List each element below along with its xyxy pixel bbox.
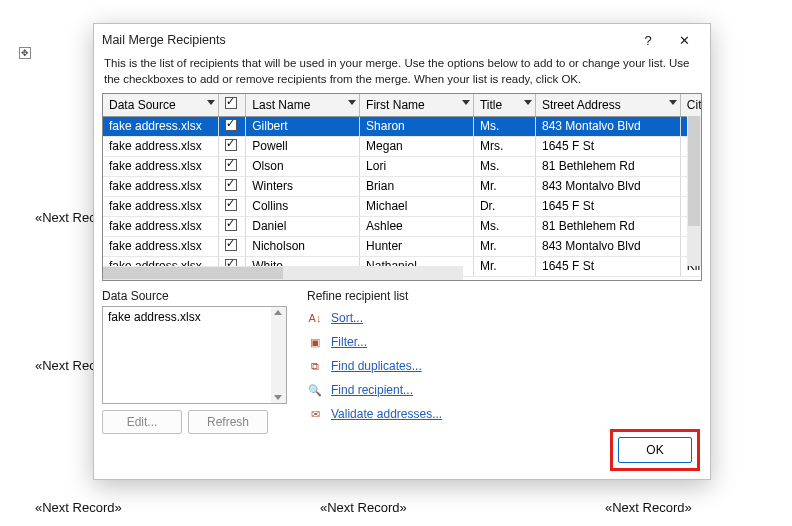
check-icon[interactable] <box>225 119 237 131</box>
cell-data-source: fake address.xlsx <box>103 216 219 236</box>
cell-last-name: Olson <box>246 156 360 176</box>
refine-label: Refine recipient list <box>307 289 442 303</box>
cell-street: 843 Montalvo Blvd <box>535 236 680 256</box>
cell-checkbox[interactable] <box>219 116 246 136</box>
anchor-icon: ✥ <box>19 47 31 59</box>
sort-link-icon: A↓ <box>307 310 323 326</box>
cell-last-name: Nicholson <box>246 236 360 256</box>
cell-data-source: fake address.xlsx <box>103 116 219 136</box>
chevron-up-icon[interactable] <box>274 310 282 315</box>
dropdown-icon[interactable] <box>524 100 532 105</box>
table-row[interactable]: fake address.xlsx Winters Brian Mr. 843 … <box>103 176 702 196</box>
list-scrollbar[interactable] <box>271 307 286 403</box>
dropdown-icon[interactable] <box>207 100 215 105</box>
recipients-grid[interactable]: Data Source Last Name First Name Title S… <box>102 93 702 281</box>
col-header-city[interactable]: City <box>680 94 702 116</box>
help-button[interactable]: ? <box>630 33 666 48</box>
chevron-down-icon[interactable] <box>274 395 282 400</box>
validate-addresses-link-row: ✉ Validate addresses... <box>307 402 442 426</box>
table-row[interactable]: fake address.xlsx Collins Michael Dr. 16… <box>103 196 702 216</box>
cell-data-source: fake address.xlsx <box>103 196 219 216</box>
cell-street: 1645 F St <box>535 136 680 156</box>
mail-merge-recipients-dialog: Mail Merge Recipients ? ✕ This is the li… <box>93 23 711 480</box>
check-icon[interactable] <box>225 179 237 191</box>
cell-first-name: Brian <box>360 176 474 196</box>
col-header-title[interactable]: Title <box>473 94 535 116</box>
cell-first-name: Lori <box>360 156 474 176</box>
refresh-button[interactable]: Refresh <box>188 410 268 434</box>
validate-addresses-link-icon: ✉ <box>307 406 323 422</box>
col-header-checkbox[interactable] <box>219 94 246 116</box>
ok-button-highlight: OK <box>610 429 700 471</box>
dialog-titlebar: Mail Merge Recipients ? ✕ <box>94 24 710 56</box>
dropdown-icon[interactable] <box>348 100 356 105</box>
cell-last-name: Daniel <box>246 216 360 236</box>
grid-header-row: Data Source Last Name First Name Title S… <box>103 94 702 116</box>
cell-street: 81 Bethlehem Rd <box>535 216 680 236</box>
check-icon[interactable] <box>225 97 237 109</box>
check-icon[interactable] <box>225 219 237 231</box>
col-header-street[interactable]: Street Address <box>535 94 680 116</box>
cell-last-name: Collins <box>246 196 360 216</box>
cell-title: Mr. <box>473 256 535 276</box>
cell-title: Mrs. <box>473 136 535 156</box>
col-header-last-name[interactable]: Last Name <box>246 94 360 116</box>
sort-link-row: A↓ Sort... <box>307 306 442 330</box>
cell-street: 843 Montalvo Blvd <box>535 176 680 196</box>
cell-checkbox[interactable] <box>219 136 246 156</box>
cell-checkbox[interactable] <box>219 216 246 236</box>
dialog-title: Mail Merge Recipients <box>102 33 630 47</box>
data-source-list[interactable]: fake address.xlsx <box>102 306 287 404</box>
table-row[interactable]: fake address.xlsx Nicholson Hunter Mr. 8… <box>103 236 702 256</box>
filter-link-row: ▣ Filter... <box>307 330 442 354</box>
cell-data-source: fake address.xlsx <box>103 236 219 256</box>
find-duplicates-link[interactable]: Find duplicates... <box>331 359 422 373</box>
cell-first-name: Sharon <box>360 116 474 136</box>
find-recipient-link[interactable]: Find recipient... <box>331 383 413 397</box>
cell-checkbox[interactable] <box>219 196 246 216</box>
dropdown-icon[interactable] <box>462 100 470 105</box>
table-row[interactable]: fake address.xlsx Olson Lori Ms. 81 Beth… <box>103 156 702 176</box>
cell-street: 81 Bethlehem Rd <box>535 156 680 176</box>
cell-checkbox[interactable] <box>219 156 246 176</box>
ok-button[interactable]: OK <box>618 437 692 463</box>
table-row[interactable]: fake address.xlsx Daniel Ashlee Ms. 81 B… <box>103 216 702 236</box>
cell-first-name: Megan <box>360 136 474 156</box>
cell-title: Ms. <box>473 216 535 236</box>
sort-link[interactable]: Sort... <box>331 311 363 325</box>
cell-title: Mr. <box>473 236 535 256</box>
cell-first-name: Ashlee <box>360 216 474 236</box>
check-icon[interactable] <box>225 159 237 171</box>
col-header-first-name[interactable]: First Name <box>360 94 474 116</box>
check-icon[interactable] <box>225 199 237 211</box>
col-header-data-source[interactable]: Data Source <box>103 94 219 116</box>
table-row[interactable]: fake address.xlsx Gilbert Sharon Ms. 843… <box>103 116 702 136</box>
table-row[interactable]: fake address.xlsx Powell Megan Mrs. 1645… <box>103 136 702 156</box>
dialog-instructions: This is the list of recipients that will… <box>94 56 710 93</box>
check-icon[interactable] <box>225 239 237 251</box>
find-duplicates-link-icon: ⧉ <box>307 358 323 374</box>
cell-title: Ms. <box>473 116 535 136</box>
vertical-scrollbar[interactable] <box>687 116 701 266</box>
close-button[interactable]: ✕ <box>666 33 702 48</box>
filter-link[interactable]: Filter... <box>331 335 367 349</box>
cell-first-name: Michael <box>360 196 474 216</box>
edit-button[interactable]: Edit... <box>102 410 182 434</box>
horizontal-scrollbar[interactable] <box>103 266 463 280</box>
dropdown-icon[interactable] <box>669 100 677 105</box>
filter-link-icon: ▣ <box>307 334 323 350</box>
cell-checkbox[interactable] <box>219 176 246 196</box>
cell-title: Ms. <box>473 156 535 176</box>
cell-title: Mr. <box>473 176 535 196</box>
cell-checkbox[interactable] <box>219 236 246 256</box>
cell-last-name: Powell <box>246 136 360 156</box>
cell-last-name: Gilbert <box>246 116 360 136</box>
cell-last-name: Winters <box>246 176 360 196</box>
next-record-field: «Next Record» <box>605 500 692 515</box>
find-duplicates-link-row: ⧉ Find duplicates... <box>307 354 442 378</box>
check-icon[interactable] <box>225 139 237 151</box>
validate-addresses-link[interactable]: Validate addresses... <box>331 407 442 421</box>
cell-street: 843 Montalvo Blvd <box>535 116 680 136</box>
data-source-item[interactable]: fake address.xlsx <box>108 310 201 324</box>
cell-data-source: fake address.xlsx <box>103 136 219 156</box>
